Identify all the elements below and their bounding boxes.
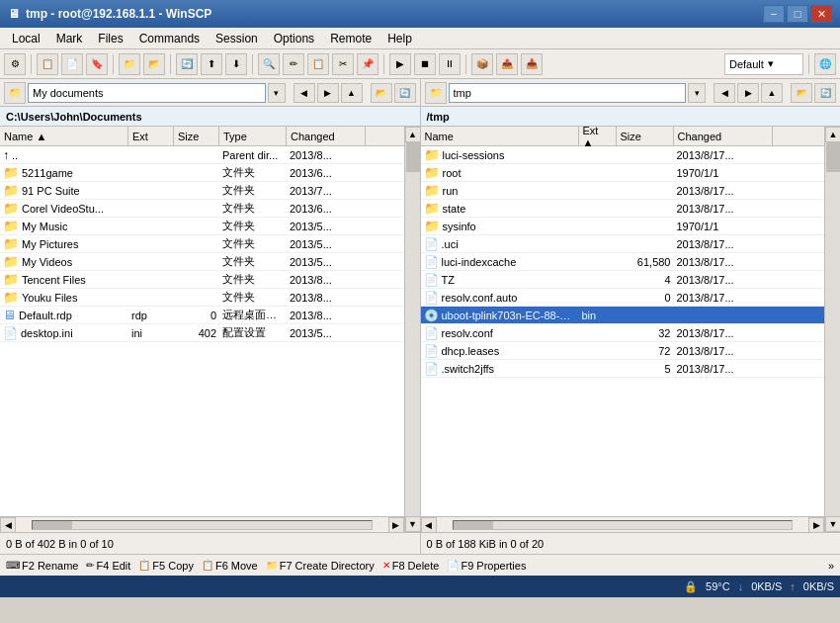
list-item[interactable]: 📁luci-sessions 2013/8/17...	[421, 146, 825, 164]
f5-copy-btn[interactable]: 📋 F5 Copy	[138, 560, 194, 572]
right-vscroll-thumb[interactable]	[826, 142, 840, 172]
right-address-input[interactable]	[449, 83, 687, 103]
left-nav-right-btn[interactable]: ▶	[317, 83, 339, 103]
f4-edit-btn[interactable]: ✏ F4 Edit	[86, 560, 130, 572]
right-col-ext[interactable]: Ext ▲	[579, 127, 617, 145]
list-item[interactable]: 📁My Pictures 文件夹 2013/5...	[0, 235, 404, 253]
left-col-name[interactable]: Name ▲	[0, 127, 128, 145]
list-item[interactable]: 📁Youku Files 文件夹 2013/8...	[0, 289, 404, 307]
toolbar-btn5[interactable]: 📂	[143, 53, 165, 75]
toolbar-btn1[interactable]: 📋	[37, 53, 58, 75]
list-item[interactable]: 📁My Music 文件夹 2013/5...	[0, 218, 404, 235]
right-col-changed[interactable]: Changed	[674, 127, 773, 145]
toolbar-btn20[interactable]: 🌐	[814, 53, 836, 75]
left-nav-left-btn[interactable]: ◀	[294, 83, 315, 103]
list-item[interactable]: 🖥Default.rdp rdp 0 远程桌面连... 2013/8...	[0, 307, 404, 324]
menu-mark[interactable]: Mark	[48, 30, 91, 47]
left-addr-dropdown-btn[interactable]: ▾	[268, 83, 286, 103]
toolbar-btn15[interactable]: ⏹	[414, 53, 436, 75]
toolbar-btn11[interactable]: 📋	[307, 53, 329, 75]
minimize-button[interactable]: −	[763, 5, 785, 23]
toolbar-btn19[interactable]: 📥	[521, 53, 543, 75]
menu-help[interactable]: Help	[379, 30, 420, 47]
menu-options[interactable]: Options	[266, 30, 322, 47]
toolbar-btn6[interactable]: 🔄	[176, 53, 198, 75]
left-nav-refresh-btn[interactable]: 🔄	[394, 83, 416, 103]
menu-remote[interactable]: Remote	[322, 30, 379, 47]
list-item[interactable]: 📄dhcp.leases 72 2013/8/17...	[421, 342, 825, 360]
right-col-size[interactable]: Size	[617, 127, 674, 145]
list-item[interactable]: 📁91 PC Suite 文件夹 2013/7...	[0, 182, 404, 200]
right-nav-up-btn[interactable]: ▲	[761, 83, 783, 103]
toolbar-btn16[interactable]: ⏸	[439, 53, 461, 75]
list-item[interactable]: ↑ .. Parent dir... 2013/8...	[0, 146, 404, 164]
list-item[interactable]: 📁Tencent Files 文件夹 2013/8...	[0, 271, 404, 289]
f6-move-btn[interactable]: 📋 F6 Move	[202, 560, 258, 572]
list-item[interactable]: 📁sysinfo 1970/1/1	[421, 218, 825, 235]
toolbar-btn17[interactable]: 📦	[471, 53, 493, 75]
f7-mkdir-btn[interactable]: 📁 F7 Create Directory	[266, 560, 375, 572]
left-col-type[interactable]: Type	[219, 127, 287, 145]
toolbar-btn14[interactable]: ▶	[389, 53, 411, 75]
left-scroll-left-btn[interactable]: ◀	[0, 517, 16, 533]
right-nav-browse-btn[interactable]: 📂	[791, 83, 812, 103]
right-col-name[interactable]: Name	[421, 127, 579, 145]
right-vscroll-up-btn[interactable]: ▲	[825, 127, 840, 142]
left-vscroll-down-btn[interactable]: ▼	[405, 516, 420, 532]
close-button[interactable]: ✕	[810, 5, 832, 23]
list-item[interactable]: 📁root 1970/1/1	[421, 164, 825, 182]
profile-dropdown[interactable]: Default ▾	[724, 53, 803, 75]
f8-delete-btn[interactable]: ✕ F8 Delete	[382, 560, 440, 572]
left-scroll-thumb[interactable]	[33, 521, 72, 529]
left-nav-browse-btn[interactable]: 📂	[371, 83, 392, 103]
list-item[interactable]: 📁5211game 文件夹 2013/6...	[0, 164, 404, 182]
menu-commands[interactable]: Commands	[131, 30, 208, 47]
list-item[interactable]: 📄.uci 2013/8/17...	[421, 235, 825, 253]
left-vscroll-up-btn[interactable]: ▲	[405, 127, 420, 142]
list-item[interactable]: 📄TZ 4 2013/8/17...	[421, 271, 825, 289]
list-item[interactable]: 📄luci-indexcache 61,580 2013/8/17...	[421, 253, 825, 271]
menu-session[interactable]: Session	[208, 30, 266, 47]
list-item[interactable]: 📄.switch2jffs 5 2013/8/17...	[421, 360, 825, 378]
right-nav-right-btn[interactable]: ▶	[737, 83, 759, 103]
left-vscroll-thumb[interactable]	[406, 142, 420, 172]
list-item[interactable]: 📄resolv.conf 32 2013/8/17...	[421, 324, 825, 342]
left-scroll-right-btn[interactable]: ▶	[388, 517, 404, 533]
menu-local[interactable]: Local	[4, 30, 48, 47]
f2-rename-btn[interactable]: ⌨ F2 Rename	[6, 560, 78, 572]
right-vscroll-down-btn[interactable]: ▼	[825, 516, 840, 532]
list-item[interactable]: 📁Corel VideoStu... 文件夹 2013/6...	[0, 200, 404, 218]
toolbar-btn18[interactable]: 📤	[496, 53, 518, 75]
list-item[interactable]: 📁My Videos 文件夹 2013/5...	[0, 253, 404, 271]
right-scroll-left-btn[interactable]: ◀	[421, 517, 437, 533]
toolbar-btn3[interactable]: 🔖	[86, 53, 108, 75]
list-item[interactable]: 💿uboot-tplink703n-EC-88-8F-12-34-56-2013…	[421, 307, 825, 324]
right-nav-refresh-btn[interactable]: 🔄	[814, 83, 836, 103]
toolbar-btn8[interactable]: ⬇	[225, 53, 247, 75]
list-item[interactable]: 📁run 2013/8/17...	[421, 182, 825, 200]
toolbar-btn4[interactable]: 📁	[119, 53, 140, 75]
toolbar-btn12[interactable]: ✂	[332, 53, 354, 75]
left-col-size[interactable]: Size	[174, 127, 219, 145]
f9-props-btn[interactable]: 📄 F9 Properties	[447, 560, 526, 572]
list-item[interactable]: 📁state 2013/8/17...	[421, 200, 825, 218]
left-nav-up-btn[interactable]: ▲	[341, 83, 363, 103]
toolbar-btn7[interactable]: ⬆	[201, 53, 222, 75]
menu-files[interactable]: Files	[90, 30, 130, 47]
right-addr-dropdown-btn[interactable]: ▾	[688, 83, 706, 103]
right-nav-left-btn[interactable]: ◀	[714, 83, 735, 103]
toolbar-prefs-btn[interactable]: ⚙	[4, 53, 26, 75]
toolbar-btn2[interactable]: 📄	[61, 53, 83, 75]
list-item[interactable]: 📄desktop.ini ini 402 配置设置 2013/5...	[0, 324, 404, 342]
toolbar-btn10[interactable]: ✏	[283, 53, 304, 75]
left-address-input[interactable]	[28, 83, 266, 103]
list-item[interactable]: 📄resolv.conf.auto 0 2013/8/17...	[421, 289, 825, 307]
right-scroll-thumb[interactable]	[454, 521, 493, 529]
left-col-changed[interactable]: Changed	[287, 127, 366, 145]
expand-btn[interactable]: »	[828, 560, 834, 572]
left-col-ext[interactable]: Ext	[128, 127, 174, 145]
right-scroll-right-btn[interactable]: ▶	[808, 517, 824, 533]
toolbar-btn9[interactable]: 🔍	[258, 53, 280, 75]
maximize-button[interactable]: □	[787, 5, 808, 23]
toolbar-btn13[interactable]: 📌	[357, 53, 378, 75]
